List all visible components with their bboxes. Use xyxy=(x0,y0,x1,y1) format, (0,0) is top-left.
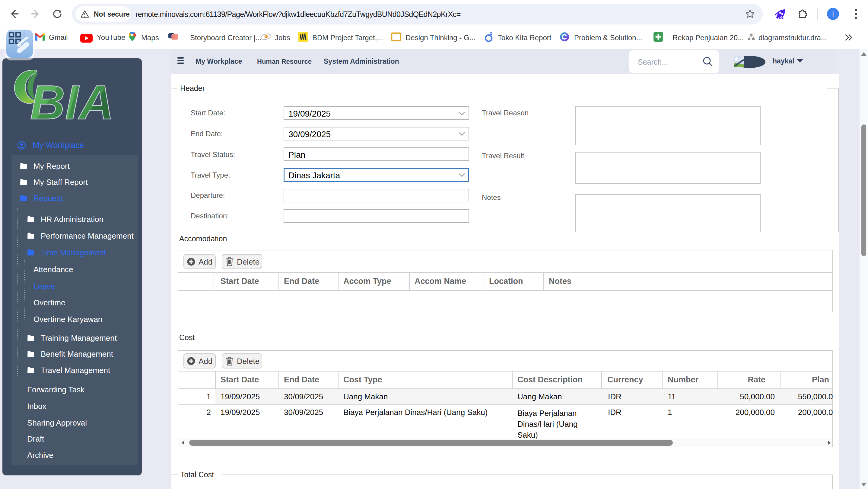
svg-text:A: A xyxy=(78,75,114,124)
svg-text:I: I xyxy=(65,75,80,124)
svg-text:B: B xyxy=(30,75,65,124)
